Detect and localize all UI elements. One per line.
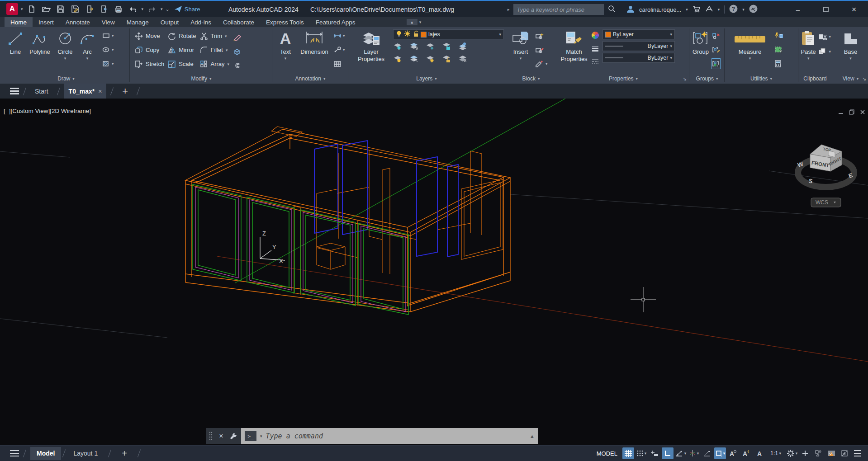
autodesk-icon[interactable] [705, 5, 713, 14]
ellipse-button[interactable]: ▾ [102, 45, 114, 55]
user-name[interactable]: carolina.roque... [639, 6, 681, 13]
quick-calculator-icon[interactable] [774, 59, 783, 69]
dynamic-input-icon[interactable] [649, 447, 660, 459]
customize-qat-icon[interactable]: ⌄ [166, 6, 170, 12]
polar-tracking-icon[interactable]: ▾ [675, 447, 687, 459]
command-close-icon[interactable]: × [219, 432, 223, 440]
fillet-button[interactable]: Fillet ▾ [200, 43, 230, 57]
mirror-button[interactable]: Mirror [168, 43, 196, 57]
measure-caret-icon[interactable]: ▾ [749, 56, 751, 61]
file-tab-document[interactable]: T0_max* × [64, 84, 107, 99]
layer-on-icon[interactable] [396, 30, 402, 38]
command-input[interactable]: Type a command [266, 432, 526, 440]
line-button[interactable]: Line [5, 27, 25, 74]
clean-screen-icon[interactable] [839, 447, 850, 459]
match-properties-button[interactable]: Match Properties [560, 27, 588, 74]
insert-caret-icon[interactable]: ▾ [520, 56, 522, 61]
viewport-restore-icon[interactable] [849, 108, 854, 117]
arc-button[interactable]: Arc ▾ [78, 27, 97, 74]
redo-caret-icon[interactable]: ▾ [161, 7, 163, 11]
recent-commands-icon[interactable]: >_ [245, 431, 256, 441]
isometric-drafting-icon[interactable]: ▾ [688, 447, 700, 459]
layer-dropdown[interactable]: lajes ▾ [393, 29, 504, 39]
layer-on-row-icon[interactable] [393, 55, 403, 65]
base-button[interactable]: Base ▾ [838, 27, 864, 74]
color-dropdown[interactable]: ByLayer ▾ [602, 29, 675, 39]
new-drawing-button[interactable]: + [118, 84, 133, 99]
cut-icon[interactable]: ▾ [818, 32, 831, 42]
cart-icon[interactable] [693, 5, 701, 14]
annotation-scale-icon[interactable]: A [754, 447, 765, 459]
annotation-scale-value[interactable]: 1:1 ▾ [767, 447, 785, 459]
autocad-logo-icon[interactable]: A [6, 3, 18, 15]
user-avatar-icon[interactable] [626, 5, 635, 14]
layer-dropdown-caret-icon[interactable]: ▾ [499, 32, 501, 37]
view-expand-icon[interactable]: ↘ [862, 76, 866, 82]
annotation-visibility-icon[interactable]: A [727, 447, 739, 459]
copy-button[interactable]: Copy [135, 43, 164, 57]
open-from-web-mobile-icon[interactable] [84, 3, 95, 15]
command-tools-icon[interactable] [230, 432, 238, 440]
new-layout-button[interactable]: + [115, 447, 133, 460]
layer-unlock-icon[interactable] [413, 30, 419, 38]
layer-isolate-icon[interactable] [409, 42, 419, 52]
tab-express-tools[interactable]: Express Tools [260, 17, 310, 27]
ortho-icon[interactable] [662, 447, 674, 459]
base-caret-icon[interactable]: ▾ [849, 56, 852, 61]
tab-insert[interactable]: Insert [33, 17, 60, 27]
rotate-button[interactable]: Rotate [168, 29, 196, 43]
stretch-button[interactable]: Stretch [135, 57, 164, 71]
leader-icon[interactable]: ▾ [333, 45, 345, 55]
panel-label-layers[interactable]: Layers▾ [349, 74, 504, 84]
layer-make-current-icon[interactable] [458, 42, 468, 52]
layout-menu-icon[interactable] [10, 448, 19, 458]
layer-freeze-icon[interactable] [426, 42, 436, 52]
group-button[interactable]: Group [691, 27, 710, 74]
edit-block-icon[interactable] [535, 45, 548, 55]
tab-add-ins[interactable]: Add-ins [185, 17, 217, 27]
new-file-icon[interactable] [26, 3, 38, 15]
tab-annotate[interactable]: Annotate [60, 17, 96, 27]
open-file-icon[interactable] [40, 3, 52, 15]
rectangle-button[interactable]: ▾ [102, 31, 114, 41]
panel-label-utilities[interactable]: Utilities▾ [726, 74, 797, 84]
quick-select-icon[interactable] [774, 31, 783, 41]
tab-manage[interactable]: Manage [121, 17, 155, 27]
plot-icon[interactable] [113, 3, 124, 15]
layout1-tab[interactable]: Layout 1 [67, 447, 104, 460]
text-caret-icon[interactable]: ▾ [285, 56, 287, 61]
scale-button[interactable]: Scale [168, 57, 196, 71]
search-input[interactable] [513, 4, 604, 15]
trim-caret-icon[interactable]: ▾ [225, 34, 227, 38]
close-button[interactable]: × [840, 2, 868, 17]
save-as-icon[interactable] [69, 3, 81, 15]
text-button[interactable]: A Text ▾ [275, 27, 295, 74]
app-menu-caret-icon[interactable]: ▾ [21, 7, 23, 11]
circle-caret-icon[interactable]: ▾ [64, 56, 66, 61]
share-button[interactable]: Share [174, 5, 200, 13]
redo-icon[interactable] [146, 3, 158, 15]
tab-collaborate[interactable]: Collaborate [217, 17, 260, 27]
panel-label-properties[interactable]: Properties▾↘ [558, 74, 688, 84]
lineweight-dropdown[interactable]: ByLayer ▾ [602, 41, 675, 51]
panel-label-annotation[interactable]: Annotation▾ [274, 74, 347, 84]
command-drag-handle[interactable] [209, 432, 213, 441]
group-edit-icon[interactable] [712, 45, 720, 55]
annotation-autoscale-icon[interactable]: A [740, 447, 752, 459]
color-wheel-icon[interactable] [591, 30, 599, 40]
help-icon[interactable]: ? [729, 5, 738, 14]
layer-unlock-row-icon[interactable] [442, 55, 452, 65]
edit-attributes-icon[interactable]: ▾ [535, 59, 548, 69]
recent-commands-caret-icon[interactable]: ▾ [260, 434, 262, 438]
grid-icon[interactable] [622, 447, 634, 459]
panel-label-groups[interactable]: Groups▾ [690, 74, 724, 84]
explode-icon[interactable] [233, 47, 242, 56]
ribbon-collapse-icon[interactable]: ▲ [407, 19, 417, 25]
save-icon[interactable] [55, 3, 66, 15]
customization-icon[interactable] [852, 447, 863, 459]
minimize-button[interactable]: – [784, 2, 812, 17]
layer-off-icon[interactable] [393, 42, 403, 52]
measure-button[interactable]: Measure ▾ [730, 27, 770, 74]
graphics-performance-icon[interactable] [825, 447, 837, 459]
file-tab-start[interactable]: Start [30, 84, 53, 99]
